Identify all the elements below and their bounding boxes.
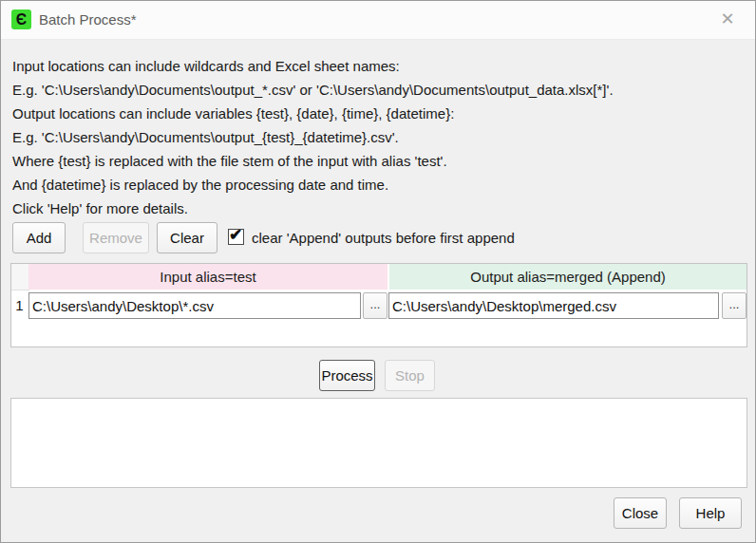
instructions-block: Input locations can include wildcards an… xyxy=(12,54,744,220)
remove-button[interactable]: Remove xyxy=(83,222,149,253)
instruction-line: E.g. 'C:\Users\andy\Documents\output_{te… xyxy=(12,125,744,149)
input-location-field[interactable] xyxy=(28,292,361,319)
window-title: Batch Process* xyxy=(39,1,137,39)
app-logo-icon: Є xyxy=(11,9,31,29)
instruction-line: Click 'Help' for more details. xyxy=(12,197,744,220)
window-close-icon[interactable]: ✕ xyxy=(706,1,749,39)
input-column-header[interactable]: Input alias=test xyxy=(28,264,387,290)
instruction-line: And {datetime} is replaced by the proces… xyxy=(12,173,744,197)
batch-process-dialog: Є Batch Process* ✕ Input locations can i… xyxy=(0,0,756,543)
table-corner-cell xyxy=(11,264,29,290)
instruction-line: Input locations can include wildcards an… xyxy=(12,54,744,78)
row-number: 1 xyxy=(11,292,28,319)
add-button[interactable]: Add xyxy=(12,222,66,253)
instruction-line: Output locations can include variables {… xyxy=(12,102,744,125)
log-output-area[interactable] xyxy=(10,398,747,488)
output-browse-button[interactable]: ... xyxy=(722,292,747,319)
instruction-line: Where {test} is replaced with the file s… xyxy=(12,149,744,173)
checkmark-icon: ✔ xyxy=(229,225,242,245)
help-button[interactable]: Help xyxy=(679,497,742,529)
title-bar: Є Batch Process* ✕ xyxy=(1,1,755,40)
stop-button[interactable]: Stop xyxy=(385,360,435,391)
clear-append-checkbox-label: clear 'Append' outputs before first appe… xyxy=(252,222,515,253)
instruction-line: E.g. 'C:\Users\andy\Documents\output_*.c… xyxy=(12,78,744,102)
clear-append-checkbox[interactable]: ✔ xyxy=(228,229,244,245)
close-button[interactable]: Close xyxy=(614,497,667,529)
clear-button[interactable]: Clear xyxy=(157,222,217,253)
batch-table: Input alias=test Output alias=merged (Ap… xyxy=(10,263,747,347)
input-browse-button[interactable]: ... xyxy=(363,292,387,319)
output-column-header[interactable]: Output alias=merged (Append) xyxy=(388,264,747,290)
process-button[interactable]: Process xyxy=(319,360,375,391)
output-location-field[interactable] xyxy=(388,292,719,319)
